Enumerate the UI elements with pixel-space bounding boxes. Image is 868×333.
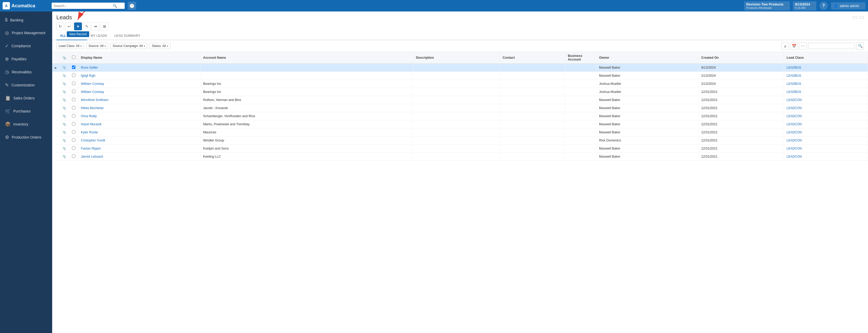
lead-class-link[interactable]: LEADCON [786, 139, 802, 142]
display-name-link[interactable]: Hazel Murazik [81, 122, 101, 126]
col-header-owner[interactable]: Owner [596, 52, 699, 64]
sidebar-item-compliance[interactable]: ✓ Compliance [0, 39, 52, 53]
tools-button[interactable] [859, 16, 864, 19]
row-owner: Maxwell Baker [596, 145, 699, 153]
lead-class-link[interactable]: LEADCON [786, 155, 802, 158]
sidebar-item-payables[interactable]: ⊕ Payables [0, 53, 52, 65]
row-checkbox[interactable] [72, 90, 75, 93]
row-checkbox[interactable] [72, 146, 75, 150]
help-button[interactable]: ? [819, 2, 828, 10]
lead-class-link[interactable]: LEADCON [786, 147, 802, 150]
logo[interactable]: A Acumatica [3, 2, 50, 9]
lead-class-link[interactable]: LEADBUS [786, 66, 801, 69]
col-header-description[interactable]: Description [413, 52, 500, 64]
display-name-link[interactable]: Oma Reilly [81, 114, 97, 118]
attachment-icon: 📎 [62, 139, 66, 142]
col-header-display-name[interactable]: Display Name [78, 52, 200, 64]
row-account-name: Windler Group [200, 137, 413, 145]
edit-button[interactable]: ✎ [83, 23, 91, 30]
tab-all-records[interactable]: ALL RECORDS [56, 32, 87, 40]
col-header-created-on[interactable]: Created On [699, 52, 784, 64]
tab-lead-summary[interactable]: LEAD SUMMARY [111, 32, 144, 40]
row-account-name: Schamberger, VonRueden and Rice [200, 112, 413, 120]
status-filter-label: Status: All [152, 44, 166, 48]
row-checkbox[interactable] [72, 65, 75, 69]
table-row: 📎 Nikita Bechtelar Jacobi - Kovacek Maxw… [52, 104, 868, 112]
lead-class-link[interactable]: LEADCON [786, 130, 802, 134]
tab-my-leads[interactable]: MY LEADS [87, 32, 111, 40]
expand-icon[interactable]: ▶ [55, 66, 57, 69]
search-box[interactable]: 🔍 [52, 3, 125, 9]
row-checkbox-cell [69, 64, 78, 72]
display-name-link[interactable]: William Conway [81, 82, 104, 86]
refresh-button[interactable]: ↻ [56, 23, 64, 30]
user-selector[interactable]: 👤 admin admin ▼ [831, 2, 865, 9]
status-filter[interactable]: Status: All ▾ [150, 43, 170, 49]
row-checkbox[interactable] [72, 122, 75, 125]
fit-columns-button[interactable]: ⇹ [92, 23, 100, 30]
row-display-name: Cristopher Yundt [78, 137, 200, 145]
display-name-link[interactable]: Winnifred Smitham [81, 98, 108, 102]
sidebar-item-inventory[interactable]: 📦 Inventory [0, 118, 52, 131]
row-attachment-cell: 📎 [60, 153, 69, 161]
row-checkbox[interactable] [72, 73, 75, 77]
row-owner: Joshua Mueller [596, 88, 699, 96]
display-name-link[interactable]: Ross Geller [81, 66, 98, 69]
sidebar-item-banking[interactable]: $ Banking [0, 13, 52, 26]
customization-button[interactable] [852, 16, 857, 19]
col-header-lead-class[interactable]: Lead Class [784, 52, 868, 64]
display-name-link[interactable]: Kyler Runte [81, 130, 98, 134]
sidebar-item-receivables[interactable]: ◷ Receivables [0, 65, 52, 79]
sidebar-item-purchases[interactable]: 🛒 Purchases [0, 104, 52, 118]
filter-icon-button[interactable]: ⊿ [781, 42, 789, 50]
row-owner: Maxwell Baker [596, 120, 699, 128]
display-name-link[interactable]: Cristopher Yundt [81, 139, 105, 142]
undo-button[interactable]: ↩ [65, 23, 73, 30]
source-filter[interactable]: Source: All ▾ [86, 43, 108, 49]
more-options-button[interactable]: ⋯ [799, 42, 806, 50]
col-header-business-account[interactable]: BusinessAccount [565, 52, 596, 64]
display-name-link[interactable]: Favian Rippin [81, 147, 101, 150]
row-checkbox[interactable] [72, 114, 75, 117]
sidebar-item-sales-orders[interactable]: 📋 Sales Orders [0, 92, 52, 104]
col-header-account-name[interactable]: Account Name [200, 52, 413, 64]
dollar-icon: $ [5, 17, 7, 23]
table-search-input[interactable] [808, 43, 855, 49]
lead-class-link[interactable]: LEADBUS [786, 82, 801, 86]
sidebar-item-customization[interactable]: ✎ Customization [0, 79, 52, 92]
lead-class-filter[interactable]: Lead Class: All ▾ [56, 43, 84, 49]
save-layout-button[interactable]: 📅 [790, 42, 798, 50]
search-input[interactable] [54, 4, 111, 8]
lead-class-link[interactable]: LEADBUS [786, 74, 801, 78]
display-name-link[interactable]: Nikita Bechtelar [81, 106, 104, 110]
source-campaign-filter[interactable]: Source Campaign: All ▾ [110, 43, 147, 49]
row-checkbox[interactable] [72, 130, 75, 133]
row-expand-cell [52, 145, 60, 153]
lead-class-link[interactable]: LEADCON [786, 114, 802, 118]
lead-class-link[interactable]: LEADCON [786, 98, 802, 102]
sidebar-item-project-management[interactable]: ◎ Project Management [0, 26, 52, 39]
sidebar-item-production-orders[interactable]: ⚙ Production Orders [0, 131, 52, 144]
export-button[interactable]: ⊠ [101, 23, 108, 30]
row-business-account [565, 80, 596, 88]
row-checkbox[interactable] [72, 82, 75, 85]
display-name-link[interactable]: William Conway [81, 90, 104, 94]
select-all-checkbox[interactable] [72, 56, 75, 59]
row-checkbox[interactable] [72, 154, 75, 158]
company-selector[interactable]: Revision Two Products Products Wholesale… [744, 1, 790, 10]
row-created-on: 12/31/2021 [699, 120, 784, 128]
history-btn[interactable]: 🕐 [128, 2, 136, 10]
row-checkbox[interactable] [72, 98, 75, 101]
lead-class-link[interactable]: LEADBUS [786, 90, 801, 94]
lead-class-link[interactable]: LEADCON [786, 122, 802, 126]
search-button[interactable]: 🔍 [857, 42, 864, 50]
display-name-link[interactable]: fgdgf fhgh [81, 74, 95, 78]
add-new-record-button[interactable]: + [74, 23, 82, 30]
lead-class-link[interactable]: LEADCON [786, 106, 802, 110]
row-checkbox[interactable] [72, 138, 75, 142]
row-checkbox[interactable] [72, 106, 75, 109]
row-lead-class: LEADCON [784, 104, 868, 112]
display-name-link[interactable]: Jarred Lebsack [81, 155, 103, 158]
datetime-selector[interactable]: 9/13/2024 5:16 AM ▼ [793, 1, 816, 10]
col-header-contact[interactable]: Contact [500, 52, 565, 64]
